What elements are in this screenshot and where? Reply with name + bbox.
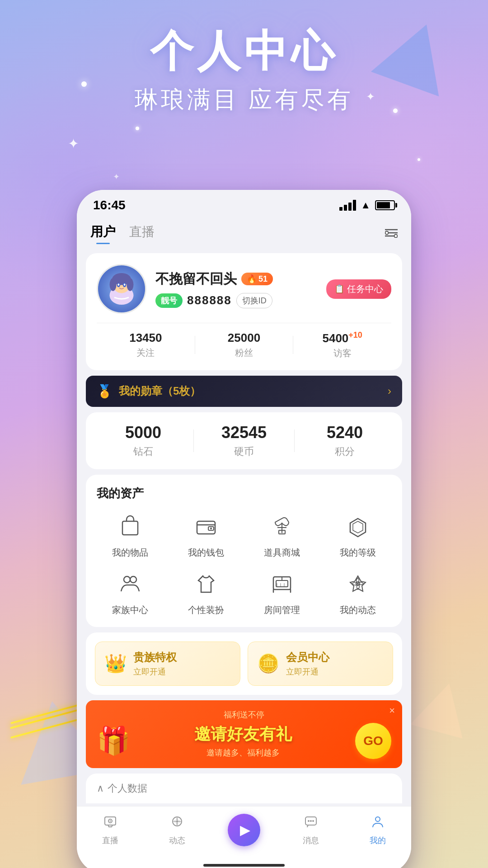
- svg-rect-16: [197, 521, 215, 534]
- follow-count: 13450: [97, 331, 195, 345]
- asset-item-room[interactable]: 房间管理: [249, 568, 315, 616]
- vip-nobility-card[interactable]: 👑 贵族特权 立即开通: [95, 642, 240, 686]
- svg-point-27: [110, 820, 111, 821]
- svg-rect-15: [122, 521, 138, 535]
- svg-point-29: [176, 821, 178, 822]
- message-nav-label: 消息: [303, 835, 319, 846]
- dynamic-icon: [342, 568, 374, 599]
- svg-point-33: [312, 820, 314, 822]
- profile-info: 不挽留不回头 🔥 51 靓号 888888 切换ID: [155, 270, 317, 308]
- invite-main-content: 🎁 邀请好友有礼 邀请越多、福利越多 GO: [97, 723, 391, 759]
- bottom-navigation: 直播 动态 ▶: [77, 806, 411, 857]
- live-nav-label: 直播: [102, 835, 118, 846]
- invite-title: 邀请好友有礼: [131, 723, 355, 745]
- partial-section: ∧ 个人数据: [86, 774, 402, 803]
- invite-top-text: 福利送不停: [97, 709, 391, 720]
- asset-item-family[interactable]: 家族中心: [97, 568, 164, 616]
- nav-live[interactable]: 直播: [77, 814, 144, 846]
- invite-banner[interactable]: × 福利送不停 🎁 邀请好友有礼 邀请越多、福利越多 GO: [86, 700, 402, 768]
- medal-icon: 🏅: [97, 384, 113, 399]
- level-label: 我的等级: [340, 547, 376, 559]
- svg-point-10: [127, 278, 133, 291]
- shop-label: 道具商城: [264, 547, 300, 559]
- asset-item-dynamic[interactable]: 我的动态: [324, 568, 391, 616]
- svg-rect-23: [276, 580, 288, 587]
- shop-icon: [266, 510, 298, 542]
- settings-icon[interactable]: [385, 227, 398, 241]
- invite-subtitle: 邀请越多、福利越多: [131, 747, 355, 758]
- visitors-label: 访客: [293, 347, 391, 359]
- stats-row: 13450 关注 25000 粉丝 5400+10 访客: [97, 323, 391, 359]
- page-subtitle: 琳琅满目 应有尽有: [0, 84, 488, 116]
- svg-point-3: [385, 231, 389, 234]
- profile-id-row: 靓号 888888 切换ID: [155, 293, 317, 308]
- me-nav-icon: [371, 814, 385, 832]
- stat-follow[interactable]: 13450 关注: [97, 331, 195, 359]
- currency-coin[interactable]: 32545 硬币: [194, 423, 294, 458]
- nobility-subtitle: 立即开通: [133, 666, 177, 677]
- me-nav-label: 我的: [370, 835, 386, 846]
- outfit-icon: [190, 568, 222, 599]
- points-label: 积分: [295, 445, 395, 458]
- visitors-count: 5400+10: [293, 330, 391, 345]
- nav-message[interactable]: 消息: [277, 814, 344, 846]
- goods-label: 我的物品: [112, 547, 148, 559]
- invite-go-button[interactable]: GO: [355, 723, 391, 759]
- page-title: 个人中心: [0, 27, 488, 75]
- asset-item-wallet[interactable]: 我的钱包: [173, 510, 239, 559]
- nav-dynamic[interactable]: 动态: [144, 814, 211, 846]
- svg-point-13: [117, 283, 119, 286]
- wallet-label: 我的钱包: [188, 547, 224, 559]
- task-center-button[interactable]: 📋 任务中心: [326, 279, 391, 299]
- assets-grid: 我的物品 我的钱包: [97, 510, 391, 616]
- goods-icon: [114, 510, 146, 542]
- asset-item-shop[interactable]: 道具商城: [249, 510, 315, 559]
- tab-user[interactable]: 用户: [90, 223, 116, 244]
- currency-diamond[interactable]: 5000 钻石: [93, 423, 193, 458]
- member-subtitle: 立即开通: [286, 666, 329, 677]
- tab-live[interactable]: 直播: [129, 223, 155, 244]
- status-time: 16:45: [93, 198, 126, 212]
- invite-gift-icon: 🎁: [97, 725, 131, 757]
- invite-text-block: 邀请好友有礼 邀请越多、福利越多: [131, 723, 355, 758]
- stat-visitors[interactable]: 5400+10 访客: [293, 330, 391, 359]
- svg-point-4: [394, 234, 398, 237]
- asset-item-outfit[interactable]: 个性装扮: [173, 568, 239, 616]
- message-nav-icon: [304, 814, 318, 832]
- nav-play[interactable]: ▶: [211, 814, 277, 846]
- medal-arrow: ›: [388, 385, 391, 397]
- room-label: 房间管理: [264, 604, 300, 616]
- asset-item-goods[interactable]: 我的物品: [97, 510, 164, 559]
- follow-label: 关注: [97, 347, 195, 359]
- id-number: 888888: [187, 293, 232, 307]
- home-indicator: [77, 857, 411, 868]
- profile-name: 不挽留不回头: [155, 270, 237, 288]
- level-badge: 🔥 51: [241, 273, 273, 285]
- profile-section: 不挽留不回头 🔥 51 靓号 888888 切换ID 📋 任务中心 13450: [86, 253, 402, 370]
- play-button[interactable]: ▶: [228, 814, 260, 846]
- switch-id-button[interactable]: 切换ID: [236, 293, 272, 308]
- invite-close-button[interactable]: ×: [389, 705, 395, 717]
- nav-me[interactable]: 我的: [344, 814, 411, 846]
- svg-point-32: [310, 820, 312, 822]
- nobility-title: 贵族特权: [133, 650, 177, 665]
- dynamic-nav-label: 动态: [169, 835, 185, 846]
- currency-points[interactable]: 5240 积分: [295, 423, 395, 458]
- level-icon: [342, 510, 374, 542]
- vip-member-card[interactable]: 🪙 会员中心 立即开通: [248, 642, 393, 686]
- phone-mockup: 16:45 ▲ 用户 直播: [77, 190, 411, 868]
- asset-item-level[interactable]: 我的等级: [324, 510, 391, 559]
- dynamic-nav-icon: [170, 814, 184, 832]
- profile-row: 不挽留不回头 🔥 51 靓号 888888 切换ID 📋 任务中心: [97, 264, 391, 314]
- task-icon: 📋: [334, 284, 344, 294]
- medal-banner[interactable]: 🏅 我的勋章（5枚） ›: [86, 376, 402, 407]
- partial-section-label: 个人数据: [108, 782, 147, 795]
- family-icon: [114, 568, 146, 599]
- svg-point-34: [375, 817, 380, 821]
- play-icon: ▶: [240, 822, 250, 838]
- status-bar: 16:45 ▲: [77, 190, 411, 216]
- member-title: 会员中心: [286, 650, 329, 665]
- stat-fans[interactable]: 25000 粉丝: [195, 331, 293, 359]
- svg-point-31: [308, 820, 310, 822]
- wifi-icon: ▲: [361, 199, 371, 211]
